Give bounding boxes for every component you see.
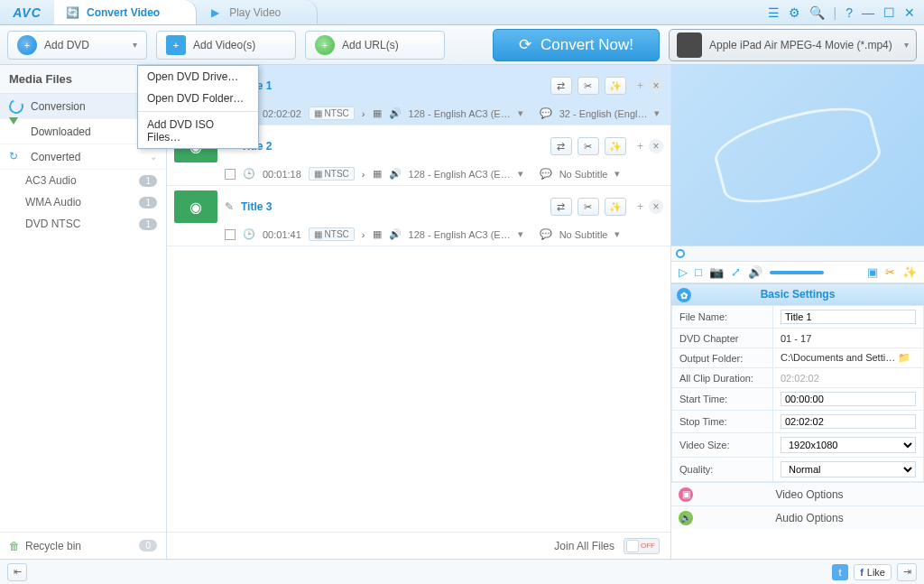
label-stop-time: Stop Time: <box>672 411 773 433</box>
wand-icon[interactable]: ✨ <box>605 198 626 216</box>
list-icon[interactable]: ☰ <box>768 5 780 20</box>
chevron-down-icon[interactable]: ▾ <box>518 228 523 240</box>
tab-convert-video[interactable]: 🔄 Convert Video <box>54 0 197 24</box>
facebook-like-button[interactable]: fLike <box>854 564 892 580</box>
menu-add-dvd-iso[interactable]: Add DVD ISO Files… <box>138 114 258 148</box>
twitter-button[interactable]: t <box>832 564 848 580</box>
output-folder-value[interactable]: C:\Documents and Setti… 📁 <box>773 348 924 368</box>
cut-icon[interactable]: ✂ <box>578 137 599 155</box>
remove-icon[interactable]: × <box>649 139 663 153</box>
add-videos-button[interactable]: + Add Video(s) <box>156 31 296 60</box>
sidebar-sub-wma[interactable]: WMA Audio 1 <box>0 191 166 213</box>
chevron-down-icon[interactable]: ▾ <box>518 168 523 180</box>
folder-icon[interactable]: 📁 <box>898 352 910 363</box>
menu-open-dvd-folder[interactable]: Open DVD Folder… <box>138 88 258 109</box>
recycle-bin[interactable]: 🗑 Recycle bin 0 <box>0 532 166 559</box>
wand-icon[interactable]: ✨ <box>902 265 917 279</box>
sidebar-sub-dvdntsc[interactable]: DVD NTSC 1 <box>0 213 166 235</box>
menu-separator <box>138 111 258 112</box>
sub-label: AC3 Audio <box>25 174 77 187</box>
subtitle-icon: 💬 <box>540 168 552 180</box>
sub-label: DVD NTSC <box>25 218 80 230</box>
quality-select[interactable]: Normal <box>781 461 916 477</box>
play-icon: ▶ <box>208 5 222 20</box>
chevron-down-icon[interactable]: ▾ <box>614 168 620 180</box>
chevron-down-icon: ▾ <box>133 40 137 50</box>
menu-open-dvd-drive[interactable]: Open DVD Drive… <box>138 66 258 88</box>
media-title[interactable]: Title 3 <box>241 200 272 213</box>
swap-icon[interactable]: ⇄ <box>550 137 572 155</box>
add-icon[interactable]: + <box>637 79 643 92</box>
subtitle-track[interactable]: 32 - English (Engl… <box>559 108 648 119</box>
chevron-right-icon[interactable]: › <box>362 229 365 240</box>
media-row[interactable]: ◉ ✎ Title 3 ⇄ ✂ ✨ + × 🕒 00:01:41 ▦ NTSC … <box>167 186 670 246</box>
label-file-name: File Name: <box>672 306 773 329</box>
video-options-row[interactable]: ▣ Video Options <box>671 482 924 505</box>
cut-icon[interactable]: ✂ <box>578 77 599 95</box>
camera-icon[interactable]: 📷 <box>709 265 724 279</box>
stop-icon[interactable]: □ <box>695 265 702 279</box>
tab-play-video[interactable]: ▶ Play Video <box>197 0 318 24</box>
maximize-icon[interactable]: ☐ <box>883 5 895 20</box>
subtitle-track[interactable]: No Subtitle <box>559 169 608 180</box>
file-name-input[interactable] <box>781 310 916 324</box>
play-icon[interactable]: ▷ <box>679 265 688 279</box>
recycle-label: Recycle bin <box>25 540 81 552</box>
label-dvd-chapter: DVD Chapter <box>672 329 773 348</box>
add-dvd-button[interactable]: + Add DVD ▾ <box>7 31 147 60</box>
wand-icon[interactable]: ✨ <box>605 77 626 95</box>
row-label: Video Options <box>702 488 917 501</box>
video-size-select[interactable]: 1920x1080 <box>781 437 916 453</box>
volume-slider[interactable] <box>770 271 824 274</box>
preview-area <box>671 65 924 246</box>
swap-icon[interactable]: ⇄ <box>550 198 572 216</box>
panel-toggle-left[interactable]: ⇤ <box>7 563 27 581</box>
dvd-chapter-value[interactable]: 01 - 17 <box>773 329 924 348</box>
crop-icon[interactable]: ▣ <box>867 265 878 279</box>
check-icon: ↻ <box>9 150 23 164</box>
chevron-right-icon[interactable]: › <box>362 108 365 119</box>
search-icon[interactable]: 🔍 <box>809 5 825 20</box>
remove-icon[interactable]: × <box>649 199 663 214</box>
checkbox[interactable] <box>225 169 236 180</box>
start-time-input[interactable] <box>781 392 916 406</box>
join-all-files-label: Join All Files <box>554 540 614 552</box>
add-icon[interactable]: + <box>637 140 643 153</box>
audio-track[interactable]: 128 - English AC3 (E… <box>409 108 511 119</box>
swap-icon[interactable]: ⇄ <box>550 77 572 95</box>
add-icon[interactable]: + <box>637 200 643 213</box>
sidebar-sub-ac3[interactable]: AC3 Audio 1 <box>0 170 166 191</box>
minimize-icon[interactable]: — <box>862 5 874 20</box>
remove-icon[interactable]: × <box>649 79 663 93</box>
output-profile-button[interactable]: Apple iPad Air MPEG-4 Movie (*.mp4) ▾ <box>669 29 917 61</box>
audio-icon: 🔊 <box>389 168 402 180</box>
audio-track[interactable]: 128 - English AC3 (E… <box>409 229 511 240</box>
stop-time-input[interactable] <box>781 414 916 429</box>
subtitle-track[interactable]: No Subtitle <box>559 229 608 240</box>
preview-seek-slider[interactable] <box>671 246 924 262</box>
clock-icon: 🕒 <box>243 228 255 240</box>
edit-icon[interactable]: ✎ <box>225 200 234 213</box>
close-icon[interactable]: ✕ <box>904 5 915 20</box>
gear-icon[interactable]: ⚙ <box>789 5 800 20</box>
cut-icon[interactable]: ✂ <box>578 198 599 216</box>
scissors-icon[interactable]: ✂ <box>885 265 895 279</box>
chevron-right-icon[interactable]: › <box>362 169 365 180</box>
basic-settings-header[interactable]: ✿ Basic Settings <box>671 283 924 305</box>
volume-icon[interactable]: 🔊 <box>748 265 762 279</box>
join-toggle[interactable]: OFF <box>624 538 660 554</box>
chevron-down-icon[interactable]: ▾ <box>614 228 620 240</box>
audio-options-row[interactable]: 🔊 Audio Options <box>671 505 924 529</box>
convert-now-button[interactable]: ⟳ Convert Now! <box>493 29 660 61</box>
video-standard: ▦ NTSC <box>309 227 355 241</box>
add-urls-button[interactable]: + Add URL(s) <box>305 31 445 60</box>
chevron-down-icon[interactable]: ▾ <box>518 107 523 119</box>
checkbox[interactable] <box>225 229 236 240</box>
panel-toggle-right[interactable]: ⇥ <box>897 563 917 581</box>
chevron-down-icon[interactable]: ▾ <box>654 107 660 119</box>
audio-icon: 🔊 <box>389 228 402 240</box>
wand-icon[interactable]: ✨ <box>605 137 626 155</box>
help-icon[interactable]: ? <box>845 5 853 20</box>
audio-track[interactable]: 128 - English AC3 (E… <box>409 169 511 180</box>
expand-icon[interactable]: ⤢ <box>731 265 741 279</box>
